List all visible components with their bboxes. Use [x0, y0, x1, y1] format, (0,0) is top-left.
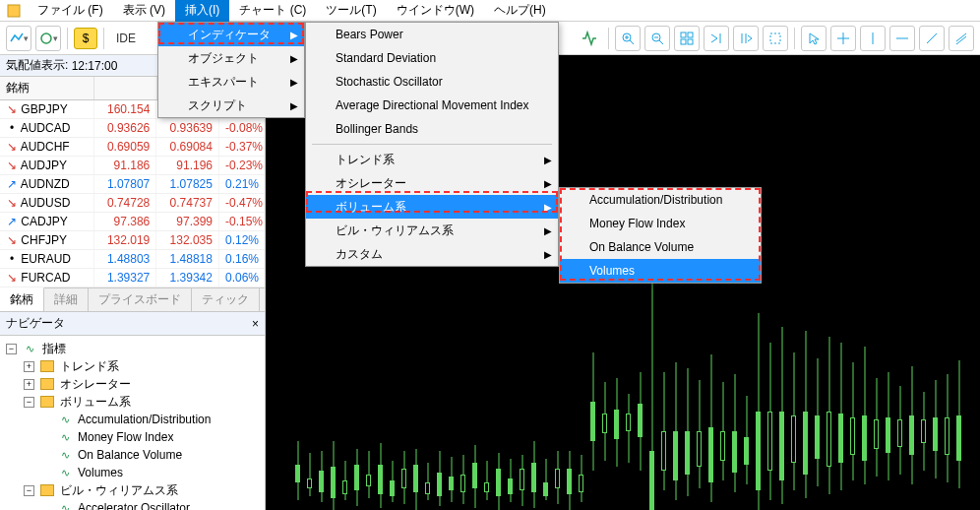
menu-item-label: Money Flow Index [589, 217, 685, 230]
channel-icon[interactable] [949, 26, 974, 51]
expand-icon[interactable] [24, 379, 34, 390]
watch-tab[interactable]: 銘柄 [0, 287, 44, 311]
tree-folder[interactable]: ビル・ウィリアムス系 [0, 481, 265, 499]
tree-folder[interactable]: オシレーター [0, 375, 265, 393]
tree-leaf[interactable]: ∿On Balance Volume [0, 446, 265, 464]
grid-icon[interactable] [674, 26, 700, 51]
menu-item[interactable]: Standard Deviation [306, 46, 558, 70]
menu-item[interactable]: カスタム▶ [306, 242, 558, 266]
watch-tabs: 銘柄詳細プライスボードティック [0, 287, 265, 311]
watch-row[interactable]: • AUDCAD0.936260.93639-0.08% [0, 119, 265, 138]
candle [956, 55, 961, 510]
indicator-icon[interactable] [763, 26, 788, 51]
watch-row[interactable]: ↘ FURCAD1.393271.393420.06% [0, 269, 265, 287]
svg-line-3 [630, 40, 634, 44]
menu-item[interactable]: トレンド系▶ [306, 148, 558, 171]
tree-label: ビル・ウィリアムス系 [60, 482, 178, 499]
insert-menu: インディケータ▶オブジェクト▶エキスパート▶スクリプト▶ [157, 22, 305, 118]
hline-icon[interactable] [889, 26, 915, 51]
col-symbol[interactable]: 銘柄 [0, 77, 94, 99]
menu-item-label: Standard Deviation [336, 51, 436, 65]
tree-label: Volumes [78, 466, 123, 479]
expand-icon[interactable] [24, 397, 34, 408]
expand-icon[interactable] [6, 344, 17, 354]
tree-leaf[interactable]: ∿Money Flow Index [0, 428, 265, 446]
menu-item[interactable]: エキスパート▶ [158, 70, 304, 94]
indicator-leaf-icon: ∿ [58, 467, 72, 478]
expand-icon[interactable] [24, 361, 34, 372]
candle [933, 55, 938, 510]
navigator-close-button[interactable]: × [252, 317, 259, 331]
line-chart-button[interactable]: ▾ [6, 26, 31, 51]
watch-row[interactable]: ↘ AUDUSD0.747280.74737-0.47% [0, 194, 265, 213]
candle [921, 55, 926, 510]
menu-ツール(T)[interactable]: ツール(T) [316, 0, 386, 22]
menu-item[interactable]: スクリプト▶ [158, 94, 304, 117]
zoom-out-button[interactable] [644, 26, 670, 51]
watch-row[interactable]: ↘ AUDJPY91.18691.196-0.23% [0, 157, 265, 175]
svg-rect-10 [688, 32, 693, 37]
watch-tab[interactable]: ティック [192, 288, 260, 311]
candle [897, 55, 902, 510]
shift-icon[interactable] [733, 26, 759, 51]
candle [862, 55, 867, 510]
menu-挿入(I)[interactable]: 挿入(I) [175, 0, 229, 22]
pulse-icon[interactable] [577, 26, 602, 51]
watch-row[interactable]: ↗ CADJPY97.38697.399-0.15% [0, 213, 265, 231]
menu-item[interactable]: Bollinger Bands [306, 117, 558, 141]
vline-icon[interactable] [860, 26, 886, 51]
menu-item[interactable]: Stochastic Oscillator [306, 70, 558, 94]
menu-item[interactable]: インディケータ▶ [158, 23, 304, 46]
menu-item[interactable]: Volumes [560, 259, 761, 283]
watch-row[interactable]: • EURAUD1.488031.488180.16% [0, 250, 265, 269]
col-bid[interactable] [94, 77, 157, 99]
menu-ヘルプ(H)[interactable]: ヘルプ(H) [484, 0, 556, 22]
candle [838, 55, 843, 510]
tree-leaf[interactable]: ∿Accelerator Oscillator [0, 499, 265, 510]
dollar-button[interactable]: $ [74, 28, 97, 49]
menu-item[interactable]: オシレーター▶ [306, 171, 558, 195]
watch-row[interactable]: ↗ AUDNZD1.078071.078250.21% [0, 175, 265, 194]
submenu-arrow-icon: ▶ [290, 77, 298, 88]
menu-チャート (C)[interactable]: チャート (C) [229, 0, 316, 22]
menu-item[interactable]: ビル・ウィリアムス系▶ [306, 219, 558, 242]
scroll-end-icon[interactable] [704, 26, 729, 51]
candle [874, 55, 879, 510]
menu-item[interactable]: Accumulation/Distribution [560, 188, 761, 212]
menu-item-label: Average Directional Movement Index [336, 98, 529, 112]
folder-icon [40, 396, 54, 408]
menu-item[interactable]: Money Flow Index [560, 212, 761, 235]
tree-folder[interactable]: トレンド系 [0, 357, 265, 375]
bar-chart-button[interactable]: ▾ [35, 26, 61, 51]
menu-item[interactable]: On Balance Volume [560, 235, 761, 259]
folder-icon [40, 378, 54, 390]
watch-tab[interactable]: プライスボード [89, 288, 192, 311]
watch-row[interactable]: ↘ CHFJPY132.019132.0350.12% [0, 231, 265, 250]
candle [850, 55, 855, 510]
menu-ウインドウ(W)[interactable]: ウインドウ(W) [387, 0, 484, 22]
candle [886, 55, 890, 510]
tree-leaf[interactable]: ∿Accumulation/Distribution [0, 411, 265, 428]
menu-item[interactable]: Bears Power [306, 23, 558, 46]
menu-表示 (V)[interactable]: 表示 (V) [113, 0, 175, 22]
candle [827, 55, 831, 510]
indicators-menu: Bears PowerStandard DeviationStochastic … [305, 22, 559, 267]
ide-button[interactable]: IDE [110, 32, 142, 45]
menu-item[interactable]: Average Directional Movement Index [306, 94, 558, 117]
tree-leaf[interactable]: ∿指標 [0, 340, 265, 357]
cursor-icon[interactable] [801, 26, 827, 51]
trendline-icon[interactable] [919, 26, 945, 51]
menu-item-label: ボリューム系 [336, 199, 406, 216]
menu-item-label: Accumulation/Distribution [589, 193, 722, 207]
menu-item[interactable]: ボリューム系▶ [306, 195, 558, 219]
watch-row[interactable]: ↘ AUDCHF0.690590.69084-0.37% [0, 138, 265, 157]
menu-item[interactable]: オブジェクト▶ [158, 46, 304, 70]
tree-folder[interactable]: ボリューム系 [0, 393, 265, 411]
expand-icon[interactable] [24, 485, 34, 496]
left-pane: 気配値表示: 12:17:00 × 銘柄 売気... ↘ GBPJPY160.1… [0, 55, 266, 510]
crosshair-icon[interactable] [830, 26, 856, 51]
watch-tab[interactable]: 詳細 [44, 288, 89, 311]
tree-leaf[interactable]: ∿Volumes [0, 464, 265, 481]
zoom-in-button[interactable] [615, 26, 641, 51]
menu-ファイル (F)[interactable]: ファイル (F) [28, 0, 113, 22]
